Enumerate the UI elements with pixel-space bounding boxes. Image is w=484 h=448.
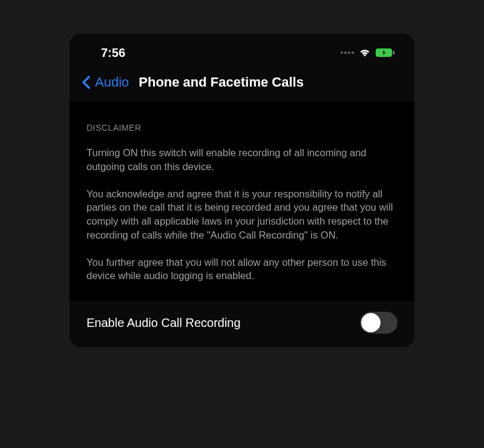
audio-recording-toggle[interactable]: [360, 312, 397, 334]
status-time: 7:56: [101, 46, 125, 60]
disclaimer-section: DISCLAIMER Turning ON this switch will e…: [70, 101, 414, 301]
back-chevron-icon[interactable]: [82, 76, 91, 89]
navigation-bar: Audio Phone and Facetime Calls: [70, 70, 414, 101]
disclaimer-heading: DISCLAIMER: [87, 123, 397, 133]
toggle-row: Enable Audio Call Recording: [70, 301, 414, 347]
page-title: Phone and Facetime Calls: [139, 74, 304, 90]
back-button-label[interactable]: Audio: [95, 74, 129, 90]
disclaimer-paragraph-3: You further agree that you will not allo…: [87, 255, 397, 283]
disclaimer-paragraph-2: You acknowledge and agree that it is you…: [87, 187, 397, 242]
toggle-knob: [361, 313, 381, 332]
disclaimer-paragraph-1: Turning ON this switch will enable recor…: [87, 146, 397, 174]
battery-charging-icon: [376, 48, 395, 58]
wifi-icon: [359, 48, 371, 58]
status-icons: [341, 48, 395, 58]
phone-screen: 7:56 Audio Phone and Facet: [70, 33, 414, 347]
toggle-label: Enable Audio Call Recording: [87, 316, 241, 330]
signal-dots-icon: [341, 51, 354, 54]
status-bar: 7:56: [70, 33, 414, 70]
svg-rect-1: [393, 51, 395, 54]
